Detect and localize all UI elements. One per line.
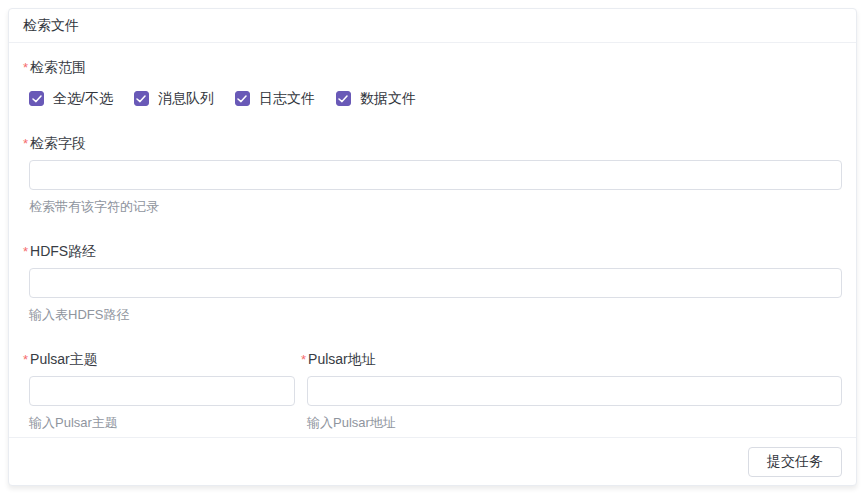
search-field-control: 检索带有该字符的记录 <box>23 160 842 215</box>
checkbox-label[interactable]: 全选/不选 <box>53 90 113 107</box>
form-item-pulsar-address: * Pulsar地址 输入Pulsar地址 <box>301 351 842 431</box>
checkbox-select-all[interactable]: 全选/不选 <box>29 90 113 107</box>
form-item-scope: * 检索范围 全选/不选 消息队列 日志文件 数据文件 <box>23 59 842 107</box>
checkbox-checked-icon[interactable] <box>336 91 351 106</box>
pulsar-topic-hint: 输入Pulsar主题 <box>29 415 295 431</box>
hdfs-path-hint: 输入表HDFS路径 <box>29 307 842 323</box>
submit-task-button[interactable]: 提交任务 <box>748 447 842 477</box>
required-mark: * <box>23 59 28 76</box>
card-footer: 提交任务 <box>9 437 856 485</box>
pulsar-address-label-text: Pulsar地址 <box>308 351 376 368</box>
form-item-pulsar-topic: * Pulsar主题 输入Pulsar主题 <box>23 351 295 431</box>
pulsar-address-input[interactable] <box>307 376 842 406</box>
hdfs-path-control: 输入表HDFS路径 <box>23 268 842 323</box>
pulsar-address-label: * Pulsar地址 <box>301 351 842 368</box>
search-field-input[interactable] <box>29 160 842 190</box>
hdfs-path-label-text: HDFS路经 <box>30 243 96 260</box>
check-icon <box>32 95 42 103</box>
pulsar-row: * Pulsar主题 输入Pulsar主题 * Pulsar地址 输入Pulsa… <box>23 351 842 431</box>
required-mark: * <box>301 351 306 368</box>
search-files-card: 检索文件 * 检索范围 全选/不选 消息队列 日志文件 <box>8 8 857 486</box>
required-mark: * <box>23 135 28 152</box>
checkbox-message-queue[interactable]: 消息队列 <box>134 90 214 107</box>
scope-label: * 检索范围 <box>23 59 842 76</box>
check-icon <box>136 95 146 103</box>
hdfs-path-label: * HDFS路经 <box>23 243 842 260</box>
checkbox-log-files[interactable]: 日志文件 <box>235 90 315 107</box>
pulsar-address-hint: 输入Pulsar地址 <box>307 415 842 431</box>
pulsar-topic-label: * Pulsar主题 <box>23 351 295 368</box>
checkbox-checked-icon[interactable] <box>235 91 250 106</box>
checkbox-label[interactable]: 数据文件 <box>360 90 416 107</box>
card-title: 检索文件 <box>9 9 856 43</box>
search-field-hint: 检索带有该字符的记录 <box>29 199 842 215</box>
scope-label-text: 检索范围 <box>30 59 86 76</box>
required-mark: * <box>23 243 28 260</box>
scope-checkbox-group: 全选/不选 消息队列 日志文件 数据文件 <box>23 90 842 107</box>
checkbox-checked-icon[interactable] <box>29 91 44 106</box>
pulsar-address-control: 输入Pulsar地址 <box>301 376 842 431</box>
search-field-label-text: 检索字段 <box>30 135 86 152</box>
hdfs-path-input[interactable] <box>29 268 842 298</box>
pulsar-topic-label-text: Pulsar主题 <box>30 351 98 368</box>
check-icon <box>338 95 348 103</box>
search-field-label: * 检索字段 <box>23 135 842 152</box>
form-item-search-field: * 检索字段 检索带有该字符的记录 <box>23 135 842 215</box>
form-body: * 检索范围 全选/不选 消息队列 日志文件 数据文件 <box>9 43 856 437</box>
checkbox-checked-icon[interactable] <box>134 91 149 106</box>
form-item-hdfs-path: * HDFS路经 输入表HDFS路径 <box>23 243 842 323</box>
required-mark: * <box>23 351 28 368</box>
pulsar-topic-control: 输入Pulsar主题 <box>23 376 295 431</box>
checkbox-label[interactable]: 日志文件 <box>259 90 315 107</box>
check-icon <box>237 95 247 103</box>
pulsar-topic-input[interactable] <box>29 376 295 406</box>
checkbox-label[interactable]: 消息队列 <box>158 90 214 107</box>
checkbox-data-files[interactable]: 数据文件 <box>336 90 416 107</box>
